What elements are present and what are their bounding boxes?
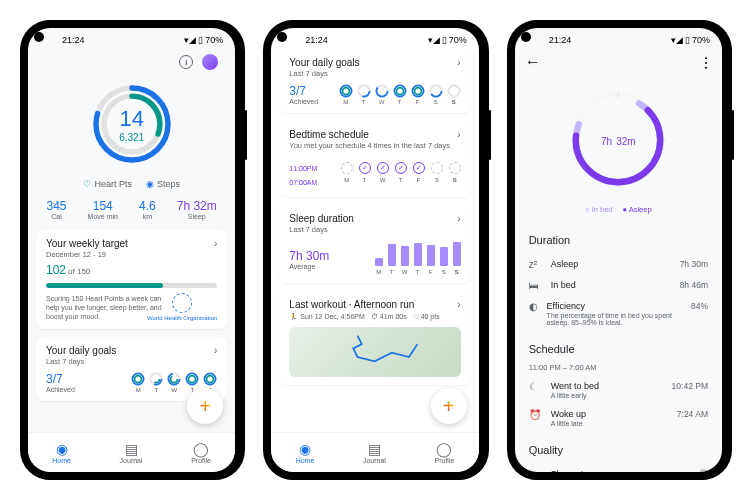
svg-point-23 (396, 88, 403, 95)
more-icon[interactable]: ⋯ (698, 56, 714, 68)
efficiency-icon: ◐ (529, 301, 539, 312)
map-preview (289, 327, 460, 377)
daily-goals-card[interactable]: Your daily goals› Last 7 days 3/7Achieve… (279, 49, 470, 113)
ring-legend: ♡Heart Pts ◉Steps (36, 179, 227, 189)
svg-point-28 (448, 85, 459, 96)
bottom-nav: ◉Home ▤Journal ◯Profile (28, 432, 235, 472)
svg-point-11 (171, 376, 178, 383)
avatar[interactable] (201, 53, 219, 71)
journal-icon: ▤ (120, 441, 143, 457)
sleep-clock: 7h 32m (515, 85, 722, 195)
progress-bar (46, 283, 217, 288)
journal-icon: ▤ (363, 441, 386, 457)
schedule-section: Schedule 11:00 PM – 7:00 AM ☾Went to bed… (515, 337, 722, 438)
heart-pts-value: 14 (119, 106, 144, 132)
nav-profile[interactable]: ◯Profile (191, 441, 211, 464)
sleep-bars (375, 240, 461, 266)
plus-icon: + (443, 395, 455, 418)
nav-home[interactable]: ◉Home (52, 441, 71, 464)
row-woke-up[interactable]: ⏰Woke upA little late 7:24 AM (529, 404, 708, 432)
wifi-icon: ▾◢ (671, 35, 683, 45)
sleep-legend: ○ In bed ● Asleep (515, 205, 722, 214)
sleep-duration-card[interactable]: Sleep duration› Last 7 days 7h 30mAverag… (279, 205, 470, 283)
svg-point-13 (189, 376, 196, 383)
home-icon: ◉ (52, 441, 71, 457)
home-icon: ◉ (296, 441, 315, 457)
profile-icon: ◯ (435, 441, 455, 457)
who-badge: World Health Organization (147, 293, 217, 322)
camera-cutout (34, 32, 44, 42)
steps-icon: ◉ (146, 179, 154, 189)
fab-add[interactable]: + (431, 388, 467, 424)
status-bar: 21:24 ▾◢ ▯ 70% (28, 28, 235, 49)
day-rings: M T W T F S S (339, 84, 461, 105)
wifi-icon: ▾◢ (428, 35, 440, 45)
chevron-right-icon: › (457, 129, 460, 140)
quality-section: Quality ≡Sleep stages ⓘ (515, 438, 722, 472)
chevron-right-icon: › (457, 213, 460, 224)
profile-icon: ◯ (191, 441, 211, 457)
row-asleep[interactable]: z²Asleep 7h 30m (529, 254, 708, 275)
row-inbed[interactable]: 🛏In bed 8h 46m (529, 275, 708, 296)
chevron-right-icon: › (214, 238, 217, 249)
metric-sleep[interactable]: 7h 32mSleep (177, 199, 217, 220)
bed-icon: 🛏 (529, 280, 543, 291)
info-icon[interactable]: i (179, 55, 193, 69)
row-went-to-bed[interactable]: ☾Went to bedA little early 10:42 PM (529, 376, 708, 404)
metric-cal[interactable]: 345Cal (47, 199, 67, 220)
row-sleep-stages[interactable]: ≡Sleep stages ⓘ (529, 464, 708, 472)
metric-km[interactable]: 4.6km (139, 199, 156, 220)
bedtime-card[interactable]: Bedtime schedule› You met your schedule … (279, 121, 470, 197)
svg-point-15 (207, 376, 214, 383)
row-efficiency[interactable]: ◐EfficiencyThe percentage of time in bed… (529, 296, 708, 331)
activity-ring[interactable]: 14 6,321 (36, 79, 227, 169)
last-workout-card[interactable]: Last workout · Afternoon run› 🏃 Sun 12 D… (279, 291, 470, 385)
chevron-right-icon: › (457, 299, 460, 310)
battery-icon: ▯ (198, 35, 203, 45)
bottom-nav: ◉Home ▤Journal ◯Profile (271, 432, 478, 472)
steps-value: 6,321 (119, 132, 144, 143)
phone-home: 21:24 ▾◢ ▯ 70% i 14 6,3 (20, 20, 243, 480)
sleep-time-value: 7h 32m (601, 131, 636, 148)
nav-journal[interactable]: ▤Journal (120, 441, 143, 464)
status-icons: ▾◢ ▯ 70% (184, 35, 223, 45)
zzz-icon: z² (529, 259, 543, 270)
plus-icon: + (199, 395, 211, 418)
workout-meta: 🏃 Sun 12 Dec, 4:56PM ⏱ 41m 00s ♡ 40 pts (289, 313, 460, 321)
battery-icon: ▯ (685, 35, 690, 45)
alarm-icon: ⏰ (529, 409, 543, 420)
phone-journal: 21:24 ▾◢▯70% Your daily goals› Last 7 da… (263, 20, 486, 480)
wifi-icon: ▾◢ (184, 35, 196, 45)
phone-sleep: 21:24 ▾◢▯70% ← ⋯ (507, 20, 730, 480)
chevron-right-icon: › (457, 57, 460, 68)
chevron-right-icon: › (214, 345, 217, 356)
status-bar: 21:24 ▾◢▯70% (271, 28, 478, 49)
status-time: 21:24 (62, 35, 85, 45)
svg-point-8 (153, 376, 160, 383)
heart-icon: ♡ (83, 179, 91, 189)
nav-home[interactable]: ◉Home (296, 441, 315, 464)
camera-cutout (521, 32, 531, 42)
info-icon[interactable]: ⓘ (699, 469, 708, 472)
metric-move[interactable]: 154Move min (88, 199, 118, 220)
bedtime-times: 11:00PM 07:00AM (289, 160, 317, 189)
bedtime-checks: ✓✓✓✓ (341, 162, 461, 174)
back-button[interactable]: ← (525, 53, 541, 71)
stages-icon: ≡ (529, 469, 543, 472)
status-bar: 21:24 ▾◢▯70% (515, 28, 722, 49)
svg-point-25 (414, 88, 421, 95)
svg-point-17 (342, 88, 349, 95)
nav-journal[interactable]: ▤Journal (363, 441, 386, 464)
battery-icon: ▯ (442, 35, 447, 45)
moon-icon: ☾ (529, 381, 543, 392)
metrics-row: 345Cal 154Move min 4.6km 7h 32mSleep (36, 199, 227, 220)
svg-point-5 (135, 376, 142, 383)
duration-section: Duration z²Asleep 7h 30m 🛏In bed 8h 46m … (515, 228, 722, 337)
nav-profile[interactable]: ◯Profile (435, 441, 455, 464)
weekly-target-card[interactable]: Your weekly target› December 12 - 19 102… (36, 230, 227, 329)
